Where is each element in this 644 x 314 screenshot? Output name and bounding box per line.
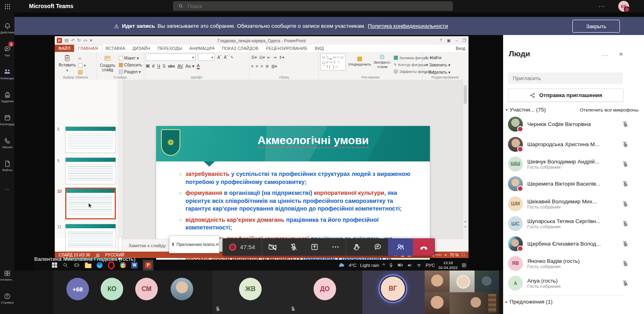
slide-thumbnail-8[interactable] xyxy=(65,126,116,153)
participant-avatar[interactable]: КО xyxy=(101,278,123,300)
clear-format-icon[interactable]: ✎ xyxy=(230,55,233,60)
participant-row[interactable]: Чернюк Софія Вікторівна xyxy=(508,114,629,134)
tab-view[interactable]: ВИД xyxy=(311,45,327,52)
titlebar-more-icon[interactable]: ··· xyxy=(599,0,605,12)
mic-off-icon[interactable] xyxy=(622,200,629,207)
participant-photo-avatar[interactable] xyxy=(171,278,193,300)
ribbon-display-icon[interactable]: ▣ xyxy=(447,38,450,43)
weather-desc[interactable]: Light rain xyxy=(360,263,379,268)
speaking-participant-tile[interactable]: ВГ xyxy=(362,271,425,314)
start-button-icon[interactable] xyxy=(52,262,57,268)
participant-row[interactable]: ЯВ Яночко Вадім (гость)Гость собрания xyxy=(508,254,629,273)
sidebar-item-calls[interactable]: Звонки xyxy=(0,131,14,154)
word-icon[interactable]: W xyxy=(131,262,138,269)
webcam-video[interactable] xyxy=(425,292,450,314)
sidebar-item-activity[interactable]: Действия xyxy=(0,17,14,39)
taskbar-search-icon[interactable] xyxy=(62,262,68,268)
weather-cloud-icon[interactable] xyxy=(338,262,345,269)
minimize-icon[interactable]: – xyxy=(455,38,458,43)
mic-off-icon[interactable] xyxy=(622,161,629,167)
panel-more-icon[interactable]: ··· xyxy=(602,52,609,58)
send-invite-button[interactable]: Отправка приглашения xyxy=(508,89,623,102)
slide-thumbnail-10-selected[interactable] xyxy=(65,188,116,219)
tab-animation[interactable]: АНИМАЦИЯ xyxy=(186,45,218,52)
battery-icon[interactable] xyxy=(397,262,403,268)
speaker-icon[interactable] xyxy=(407,262,413,268)
participant-tile[interactable]: ДО xyxy=(288,271,362,314)
avatar-group-tile[interactable]: +68 КО СМ xyxy=(54,271,213,314)
mute-all-link[interactable]: Отключить все микрофоны xyxy=(580,107,638,112)
ppt-signin[interactable]: Вход xyxy=(456,45,465,52)
webcam-video[interactable] xyxy=(450,292,499,314)
participants-button-active[interactable] xyxy=(388,238,413,256)
invite-input[interactable] xyxy=(508,72,623,84)
tray-expand-icon[interactable]: ^ xyxy=(383,262,385,268)
qat-customize-icon[interactable]: ▾ xyxy=(90,38,92,43)
app-launcher-icon[interactable] xyxy=(4,4,10,9)
suggestions-section-header[interactable]: ▸ Предложения (1) xyxy=(506,299,553,305)
language-indicator[interactable]: РУС xyxy=(425,263,435,268)
mic-off-icon[interactable] xyxy=(622,240,629,247)
slide-thumbnail-11[interactable] xyxy=(65,224,116,251)
file-explorer-icon[interactable] xyxy=(85,264,91,268)
columns-icon[interactable]: ▥▾ xyxy=(271,64,277,68)
sidebar-item-teams[interactable]: Команды xyxy=(0,62,14,85)
undo-icon[interactable]: ↶ xyxy=(71,38,74,43)
redo-icon[interactable]: ↻ xyxy=(77,38,81,43)
search-input[interactable] xyxy=(187,3,390,10)
shapes-gallery[interactable]: ▭╲▁▭○▭△▱⇨⇩☆⌒⌇{ }☆ xyxy=(320,54,346,70)
raise-hand-button[interactable] xyxy=(346,238,367,256)
participant-tile[interactable]: ЖВ xyxy=(213,271,288,314)
powerpoint-taskbar-active[interactable]: P xyxy=(143,260,153,271)
change-case-button[interactable]: Aa ▾ xyxy=(186,64,194,69)
font-name-select[interactable]: ▾ xyxy=(146,54,196,61)
font-size-select[interactable]: ▾ xyxy=(198,54,215,61)
sidebar-item-files[interactable]: Файлы xyxy=(0,154,14,177)
share-button[interactable] xyxy=(304,238,325,256)
webcam-video[interactable] xyxy=(450,271,475,292)
underline-button[interactable]: Ч xyxy=(157,64,160,68)
tab-review[interactable]: РЕЦЕНЗИРОВАНИЕ xyxy=(262,45,312,52)
line-spacing-icon[interactable]: ⇕▾ xyxy=(279,55,284,60)
zoom-in-icon[interactable]: + xyxy=(444,253,447,257)
participant-row[interactable]: ШШ Шевчук Володимир Андрій...Гость собра… xyxy=(508,154,629,174)
action-center-icon[interactable] xyxy=(461,262,467,268)
justify-icon[interactable]: ≣ xyxy=(266,64,269,68)
format-painter-icon[interactable] xyxy=(78,69,86,75)
edge-icon[interactable] xyxy=(97,262,103,268)
thumbnail-scrollbar[interactable] xyxy=(118,80,122,239)
editor-scrollbar[interactable]: ▲ ▼ xyxy=(462,80,468,239)
select-button[interactable]: ▻Выделить ▾ xyxy=(424,69,466,75)
tab-slideshow[interactable]: ПОКАЗ СЛАЙДОВ xyxy=(218,45,262,52)
opera-icon[interactable] xyxy=(108,261,115,269)
strikethrough-button[interactable]: abc xyxy=(168,64,175,68)
more-actions-button[interactable] xyxy=(325,238,346,256)
camera-toggle-button[interactable] xyxy=(262,238,283,256)
fit-slide-icon[interactable]: ⛶ xyxy=(462,252,464,257)
find-button[interactable]: Найти xyxy=(424,55,466,61)
section-button[interactable]: Раздел ▾ xyxy=(119,69,142,75)
ppt-help-icon[interactable]: ? xyxy=(440,38,442,43)
font-color-button[interactable]: A xyxy=(197,63,200,69)
quick-styles-button[interactable]: Экспресс-стили xyxy=(374,54,391,70)
search-bar[interactable] xyxy=(173,1,453,11)
align-right-icon[interactable]: ≡ xyxy=(261,64,263,68)
tab-file[interactable]: ФАЙЛ xyxy=(55,45,74,52)
copy-icon[interactable]: ▾ xyxy=(78,62,86,68)
align-center-icon[interactable]: ≡ xyxy=(256,64,258,68)
chat-button[interactable] xyxy=(367,238,388,256)
tab-design[interactable]: ДИЗАЙН xyxy=(129,45,154,52)
user-avatar[interactable]: КК xyxy=(618,1,629,12)
overflow-count-avatar[interactable]: +68 xyxy=(66,278,89,300)
panel-close-icon[interactable]: × xyxy=(619,50,623,58)
participant-row[interactable]: Шеремета Вікторія Василів... xyxy=(508,174,629,194)
increase-indent-icon[interactable]: ⇥ xyxy=(273,55,276,60)
participant-row[interactable]: ШС Шупарська Тетяна Сергіївн...Гость соб… xyxy=(508,214,629,233)
mic-off-icon[interactable] xyxy=(622,280,629,287)
layout-button[interactable]: Макет ▾ xyxy=(119,55,142,61)
zoom-level[interactable]: 70 % xyxy=(450,253,459,257)
grow-font-icon[interactable]: Aˆ xyxy=(217,55,221,60)
tray-mic-icon[interactable] xyxy=(388,262,394,268)
task-view-icon[interactable] xyxy=(74,262,80,268)
mic-toggle-button[interactable] xyxy=(283,238,304,256)
